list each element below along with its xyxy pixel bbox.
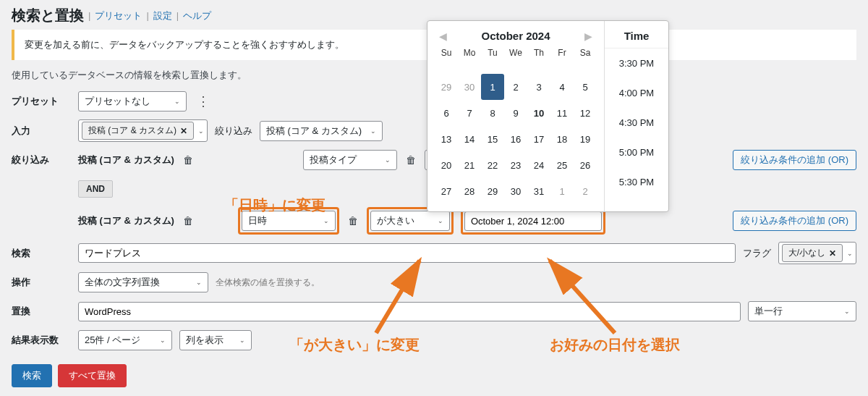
replace-mode-select[interactable]: 単一行 ⌄ <box>748 301 856 321</box>
calendar-day[interactable]: 28 <box>458 178 481 204</box>
label-results: 結果表示数 <box>12 334 71 347</box>
weekday-header: Sa <box>574 48 597 74</box>
chevron-down-icon: ⌄ <box>844 308 850 315</box>
chevron-down-icon: ⌄ <box>196 279 202 286</box>
weekday-header: Th <box>527 48 550 74</box>
link-preset[interactable]: プリセット <box>95 9 142 22</box>
calendar-day[interactable]: 30 <box>504 178 527 204</box>
calendar-day[interactable]: 18 <box>550 126 574 152</box>
calendar-day[interactable]: 10 <box>527 100 550 126</box>
filter-inline-label: 絞り込み <box>215 125 252 138</box>
calendar-day[interactable]: 26 <box>574 152 597 178</box>
calendar-day[interactable]: 15 <box>481 126 504 152</box>
replace-all-button[interactable]: すべて置換 <box>58 364 127 387</box>
link-help[interactable]: ヘルプ <box>183 9 211 22</box>
label-search: 検索 <box>12 247 71 260</box>
chevron-down-icon: ⌄ <box>198 127 204 135</box>
filter1-field-select[interactable]: 投稿タイプ ⌄ <box>303 150 397 170</box>
replace-mode-value: 単一行 <box>754 305 783 318</box>
calendar-day[interactable]: 25 <box>550 152 574 178</box>
time-slot[interactable]: 5:30 PM <box>605 167 668 197</box>
time-slot[interactable]: 5:00 PM <box>605 138 668 167</box>
link-settings[interactable]: 設定 <box>153 9 172 22</box>
column-show-select[interactable]: 列を表示 ⌄ <box>179 330 252 350</box>
add-or-condition-1[interactable]: 絞り込み条件の追加 (OR) <box>733 150 856 170</box>
trash-icon[interactable]: 🗑 <box>404 154 417 166</box>
calendar-day[interactable]: 2 <box>574 178 597 204</box>
calendar-day[interactable]: 8 <box>481 100 504 126</box>
search-button[interactable]: 検索 <box>12 364 52 387</box>
calendar-day[interactable]: 27 <box>435 178 458 204</box>
calendar-day[interactable]: 29 <box>481 178 504 204</box>
column-show-value: 列を表示 <box>186 334 224 347</box>
calendar-day[interactable]: 6 <box>435 100 458 126</box>
calendar-day[interactable]: 19 <box>574 126 597 152</box>
calendar-day[interactable]: 22 <box>481 152 504 178</box>
filter2-op-select[interactable]: が大きい ⌄ <box>370 211 450 231</box>
calendar-day[interactable]: 1 <box>550 178 574 204</box>
time-slot[interactable]: 4:00 PM <box>605 78 668 108</box>
calendar-day[interactable]: 12 <box>574 100 597 126</box>
page-title: 検索と置換 <box>12 6 84 25</box>
calendar-day[interactable]: 23 <box>504 152 527 178</box>
next-month-button[interactable]: ▶ <box>584 30 592 42</box>
svg-line-0 <box>376 261 420 333</box>
chevron-down-icon: ⌄ <box>847 250 853 257</box>
add-or-condition-2[interactable]: 絞り込み条件の追加 (OR) <box>733 211 856 231</box>
chevron-down-icon: ⌄ <box>385 156 391 164</box>
trash-icon[interactable]: 🗑 <box>182 215 195 227</box>
weekday-header: Tu <box>481 48 504 74</box>
flag-multiselect[interactable]: 大/小なし ✕ ⌄ <box>778 242 856 264</box>
calendar-day[interactable]: 2 <box>504 74 527 100</box>
time-slot[interactable]: 4:30 PM <box>605 108 668 138</box>
calendar-day[interactable]: 3 <box>527 74 550 100</box>
filter2-op-value: が大きい <box>377 214 414 227</box>
chevron-down-icon: ⌄ <box>174 98 180 105</box>
calendar-day[interactable]: 13 <box>435 126 458 152</box>
calendar-day[interactable]: 20 <box>435 152 458 178</box>
filter-source-value: 投稿 (コア & カスタム) <box>266 125 362 138</box>
filter2-value-input[interactable] <box>464 211 602 231</box>
preset-value: プリセットなし <box>85 95 150 108</box>
sep: | <box>176 10 179 21</box>
calendar-day[interactable]: 11 <box>550 100 574 126</box>
preset-select[interactable]: プリセットなし ⌄ <box>78 91 187 111</box>
trash-icon[interactable]: 🗑 <box>346 215 359 227</box>
datepicker-popup: ◀ October 2024 ▶ SuMoTuWeThFrSa293012345… <box>427 20 669 212</box>
filter1-field-value: 投稿タイプ <box>310 153 357 167</box>
calendar-day[interactable]: 30 <box>458 74 481 100</box>
calendar-day[interactable]: 1 <box>481 74 504 100</box>
calendar-day[interactable]: 24 <box>527 152 550 178</box>
trash-icon[interactable]: 🗑 <box>182 154 195 166</box>
calendar-day[interactable]: 4 <box>550 74 574 100</box>
filter-source-select[interactable]: 投稿 (コア & カスタム) ⌄ <box>260 121 383 141</box>
close-icon[interactable]: ✕ <box>829 248 836 258</box>
svg-line-1 <box>550 261 615 333</box>
calendar-day[interactable]: 31 <box>527 178 550 204</box>
calendar-day[interactable]: 16 <box>504 126 527 152</box>
calendar-month: October 2024 <box>447 30 584 42</box>
time-slot[interactable]: 3:30 PM <box>605 49 668 78</box>
flag-pill-label: 大/小なし <box>788 247 825 259</box>
label-operation: 操作 <box>12 276 71 289</box>
prev-month-button[interactable]: ◀ <box>439 30 447 42</box>
calendar-day[interactable]: 9 <box>504 100 527 126</box>
preset-more-button[interactable]: ⋮ <box>194 93 213 109</box>
weekday-header: Fr <box>550 48 574 74</box>
calendar-day[interactable]: 14 <box>458 126 481 152</box>
calendar-day[interactable]: 17 <box>527 126 550 152</box>
calendar-day[interactable]: 21 <box>458 152 481 178</box>
filter2-field-value: 日時 <box>248 214 267 227</box>
calendar-day[interactable]: 29 <box>435 74 458 100</box>
calendar-day[interactable]: 5 <box>574 74 597 100</box>
sep: | <box>88 10 90 21</box>
chevron-down-icon: ⌄ <box>438 217 443 224</box>
perpage-select[interactable]: 25件 / ページ ⌄ <box>78 330 172 350</box>
annotation-1: 「日時」に変更 <box>224 195 326 215</box>
calendar-day[interactable]: 7 <box>458 100 481 126</box>
label-replace: 置換 <box>12 305 71 318</box>
input-multiselect[interactable]: 投稿 (コア & カスタム) ✕ ⌄ <box>78 119 208 142</box>
close-icon[interactable]: ✕ <box>180 126 187 136</box>
chevron-down-icon: ⌄ <box>160 337 166 344</box>
operation-select[interactable]: 全体の文字列置換 ⌄ <box>78 272 208 292</box>
